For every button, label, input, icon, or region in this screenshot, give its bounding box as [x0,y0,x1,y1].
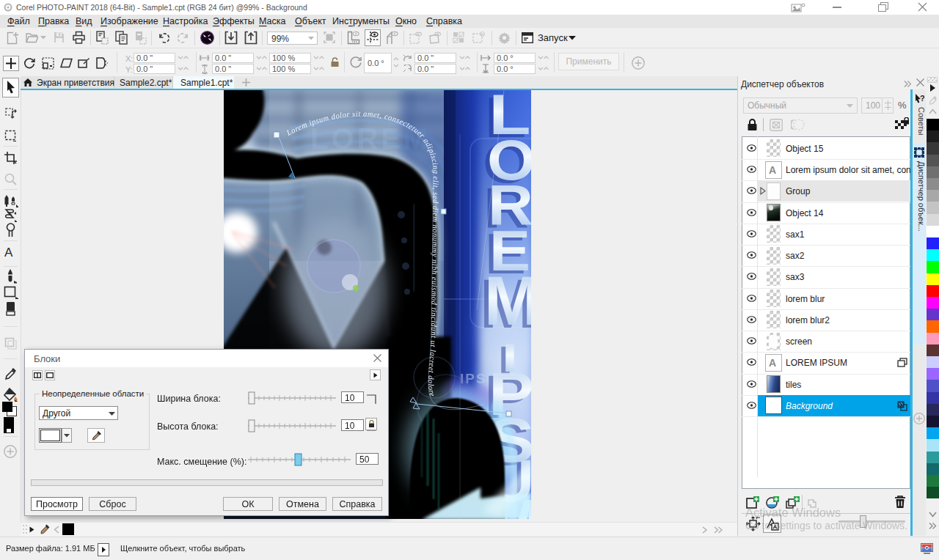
svg-text:?: ? [920,94,924,103]
svg-text:M: M [484,262,531,339]
